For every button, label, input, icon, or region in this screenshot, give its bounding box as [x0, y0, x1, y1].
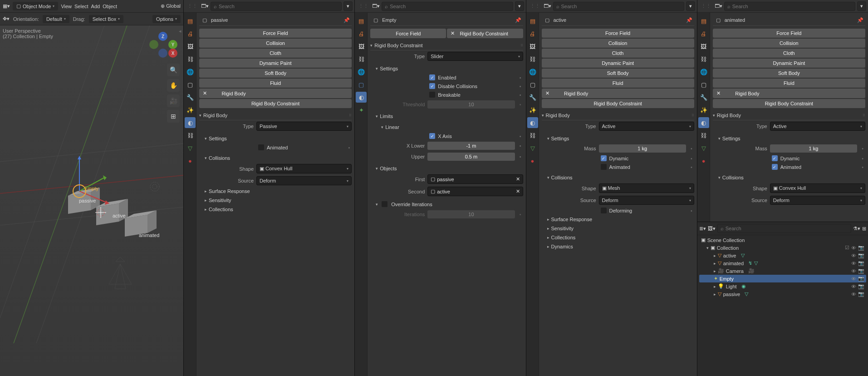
rigidbody-section[interactable]: ▾Rigid Body⠿ — [542, 111, 694, 120]
tab-scene-icon[interactable]: ⛓ — [356, 54, 367, 64]
surface-response-section[interactable]: ▸Surface Response — [542, 215, 694, 224]
render-icon[interactable]: 📷 — [858, 260, 864, 266]
visibility-icon[interactable]: 👁 — [851, 292, 856, 297]
drag-handle-icon[interactable]: ⠿ — [349, 114, 352, 118]
animated-checkbox[interactable] — [258, 144, 264, 150]
options-dropdown[interactable]: ▾ — [857, 1, 866, 11]
vp-zoom-icon[interactable]: 🔍 — [167, 64, 180, 76]
tab-physics-icon[interactable]: ◐ — [356, 92, 367, 103]
viewport-canvas[interactable]: Empty passive active animated — [0, 25, 183, 376]
search-input[interactable] — [561, 4, 681, 9]
sensitivity-section[interactable]: ▸Sensitivity — [542, 224, 694, 233]
panel-drag-icon[interactable]: ⋮⋮ — [528, 3, 542, 9]
tab-mesh-icon[interactable]: ▽ — [698, 143, 709, 153]
tab-physics-icon[interactable]: ◐ — [185, 117, 196, 128]
physics-rbc-remove-button[interactable]: ✕ Rigid Body Constraint — [447, 29, 523, 38]
x-lower-input[interactable]: -1 m — [427, 142, 515, 150]
physics-softbody-button[interactable]: Soft Body — [713, 69, 865, 78]
options-menu[interactable]: Options▾ — [152, 15, 181, 23]
tab-mesh-icon[interactable]: ▽ — [185, 143, 196, 153]
type-select[interactable]: Passive▾ — [256, 122, 352, 131]
tab-render-icon[interactable]: ▤ — [356, 15, 367, 26]
animated-checkbox[interactable]: ✓ — [772, 164, 778, 170]
tree-item-camera[interactable]: ▸🎥Camera🎥👁📷 — [699, 267, 866, 275]
options-dropdown[interactable]: ▾ — [686, 1, 695, 11]
menu-view[interactable]: View — [61, 4, 72, 9]
tab-world-icon[interactable]: 🌐 — [356, 66, 367, 77]
pin-icon[interactable]: 📌 — [857, 17, 863, 23]
display-mode-icon[interactable]: 🖼▾ — [708, 226, 716, 232]
tab-viewlayer-icon[interactable]: 🖼 — [527, 41, 538, 52]
tab-scene-icon[interactable]: ⛓ — [698, 54, 709, 64]
collapse-icon[interactable]: ◂ — [179, 28, 181, 34]
tab-output-icon[interactable]: 🖨 — [185, 28, 196, 39]
surface-response-section[interactable]: ▸Surface Response — [199, 187, 352, 196]
search-box[interactable]: ⌕ — [382, 2, 513, 11]
settings-section[interactable]: ▾Settings — [713, 134, 865, 143]
drag-handle-icon[interactable]: ⠿ — [863, 114, 865, 118]
vp-move-icon[interactable]: ✋ — [167, 79, 180, 92]
breakable-checkbox[interactable] — [429, 92, 435, 98]
override-iterations-checkbox[interactable] — [382, 201, 387, 207]
tab-material-icon[interactable]: ● — [527, 155, 538, 166]
physics-collision-button[interactable]: Collision — [713, 39, 865, 48]
type-select[interactable]: Slider▾ — [427, 52, 523, 61]
editor-type-icon[interactable]: 🗔▾ — [372, 3, 380, 9]
search-input[interactable] — [390, 4, 510, 9]
tab-output-icon[interactable]: 🖨 — [527, 28, 538, 39]
collisions-section[interactable]: ▾Collisions — [199, 153, 352, 163]
tree-item-light[interactable]: ▸💡Light◉👁📷 — [699, 282, 866, 290]
physics-rbc-button[interactable]: Rigid Body Constraint — [542, 99, 694, 108]
physics-rigidbody-remove-button[interactable]: ✕ Rigid Body — [713, 89, 865, 98]
physics-forcefield-button[interactable]: Force Field — [713, 29, 865, 38]
new-collection-icon[interactable]: ⊞ — [862, 226, 866, 232]
settings-section[interactable]: ▾Settings — [199, 134, 352, 143]
visibility-icon[interactable]: 👁 — [851, 268, 856, 274]
physics-fluid-button[interactable]: Fluid — [199, 79, 352, 88]
drag-handle-icon[interactable]: ⠿ — [520, 44, 523, 48]
collisions-section[interactable]: ▾Collisions — [713, 173, 865, 182]
physics-cloth-button[interactable]: Cloth — [199, 49, 352, 58]
type-select[interactable]: Active▾ — [770, 122, 865, 131]
enabled-checkbox[interactable]: ✓ — [429, 74, 435, 80]
second-object-field[interactable]: ▢active✕ — [427, 187, 523, 196]
search-box[interactable]: ⌕ — [553, 2, 684, 11]
tab-particle-icon[interactable]: ✨ — [527, 104, 538, 115]
physics-rbc-button[interactable]: Rigid Body Constraint — [199, 99, 352, 108]
source-select[interactable]: Deform▾ — [599, 196, 694, 205]
mass-input[interactable]: 1 kg — [599, 144, 686, 153]
panel-drag-icon[interactable]: ⋮⋮ — [699, 3, 713, 9]
disable-collisions-checkbox[interactable]: ✓ — [429, 83, 435, 89]
physics-rigidbody-remove-button[interactable]: ✕ Rigid Body — [542, 89, 694, 98]
render-icon[interactable]: 📷 — [858, 291, 864, 297]
visibility-icon[interactable]: 👁 — [851, 261, 856, 266]
tab-scene-icon[interactable]: ⛓ — [185, 54, 196, 64]
tab-render-icon[interactable]: ▤ — [698, 15, 709, 26]
orientation-select[interactable]: Default▾ — [43, 15, 69, 23]
visibility-icon[interactable]: 👁 — [851, 276, 856, 282]
tab-viewlayer-icon[interactable]: 🖼 — [698, 41, 709, 52]
menu-add[interactable]: Add — [91, 4, 100, 9]
search-box[interactable]: ⌕ — [717, 224, 851, 233]
tab-material-icon[interactable]: ● — [185, 155, 196, 166]
x-axis-checkbox[interactable]: ✓ — [429, 133, 435, 139]
vp-camera-icon[interactable]: 🎥 — [167, 94, 180, 107]
viewport-gizmo[interactable]: Z Y X — [149, 32, 177, 59]
visibility-icon[interactable]: 👁 — [851, 253, 856, 258]
sensitivity-section[interactable]: ▸Sensitivity — [199, 196, 352, 205]
tab-output-icon[interactable]: 🖨 — [698, 28, 709, 39]
tab-world-icon[interactable]: 🌐 — [698, 66, 709, 77]
source-select[interactable]: Deform▾ — [770, 196, 865, 205]
menu-select[interactable]: Select — [74, 4, 88, 9]
vp-grid-icon[interactable]: ⊞ — [167, 110, 180, 123]
tab-constraint-icon[interactable]: ⛓ — [527, 130, 538, 141]
tab-physics-icon[interactable]: ◐ — [527, 117, 538, 128]
tab-world-icon[interactable]: 🌐 — [185, 66, 196, 77]
search-input[interactable] — [732, 4, 852, 9]
tab-render-icon[interactable]: ▤ — [527, 15, 538, 26]
tab-object-icon[interactable]: ▢ — [527, 79, 538, 90]
render-icon[interactable]: 📷 — [858, 245, 864, 251]
collections-section[interactable]: ▸Collections — [199, 205, 352, 214]
tab-scene-icon[interactable]: ⛓ — [527, 54, 538, 64]
linear-section[interactable]: ▾Linear — [370, 123, 523, 132]
